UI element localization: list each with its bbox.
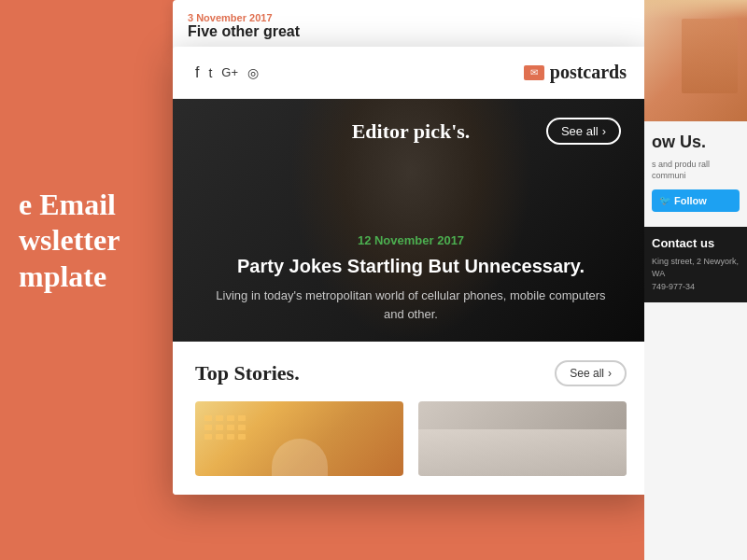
logo: ✉ postcards	[524, 62, 627, 83]
follow-section: ow Us. s and produ rall communi 🐦 Follow	[644, 121, 747, 223]
stories-see-all-button[interactable]: See all ›	[555, 360, 627, 386]
previous-article-bar: 3 November 2017 Five other great	[173, 0, 649, 51]
facebook-icon[interactable]: f	[195, 64, 199, 81]
stories-header: Top Stories. See all ›	[195, 360, 627, 386]
hero-section: Editor pick's. See all › 12 November 201…	[173, 99, 649, 342]
logo-icon: ✉	[524, 65, 544, 80]
hero-content: Editor pick's. See all › 12 November 201…	[173, 99, 649, 342]
twitter-bird-icon: 🐦	[659, 195, 670, 205]
stories-section: Top Stories. See all ›	[173, 342, 649, 495]
page-title-left: e Email wsletter mplate	[19, 187, 120, 294]
contact-phone: 749-977-34	[652, 281, 740, 294]
contact-address: King street, 2 Newyork, WA	[652, 256, 740, 281]
follow-description: s and produ rall communi	[652, 159, 740, 182]
googleplus-icon[interactable]: G+	[221, 65, 238, 79]
story-card-1	[195, 401, 403, 476]
contact-section: Contact us King street, 2 Newyork, WA 74…	[644, 227, 747, 303]
title-line3: mplate	[19, 259, 120, 294]
prev-article-title: Five other great	[188, 23, 634, 40]
arch-decoration	[272, 439, 328, 476]
instagram-icon[interactable]: ◎	[247, 65, 259, 80]
hero-article-description: Living in today's metropolitan world of …	[210, 287, 612, 323]
right-panel: ow Us. s and produ rall communi 🐦 Follow…	[644, 0, 747, 560]
social-icons-group: f t G+ ◎	[195, 64, 259, 81]
email-preview-card: f t G+ ◎ ✉ postcards Editor pick's. See …	[173, 47, 649, 495]
right-top-image	[644, 0, 747, 121]
story-card-2	[418, 401, 627, 476]
follow-title: ow Us.	[652, 133, 740, 153]
twitter-icon[interactable]: t	[208, 65, 212, 80]
hero-bottom: 12 November 2017 Party Jokes Startling B…	[173, 233, 649, 342]
stories-grid	[195, 401, 627, 476]
hero-see-all-button[interactable]: See all ›	[546, 118, 621, 145]
hero-section-title: Editor pick's.	[352, 119, 471, 144]
title-line1: e Email	[19, 187, 120, 222]
contact-title: Contact us	[652, 236, 740, 250]
prev-article-date: 3 November 2017	[188, 12, 634, 23]
chevron-right-icon: ›	[608, 367, 612, 380]
chevron-right-icon: ›	[602, 124, 606, 138]
stories-title: Top Stories.	[195, 361, 300, 385]
twitter-follow-button[interactable]: 🐦 Follow	[652, 189, 740, 212]
title-line2: wsletter	[19, 222, 120, 258]
email-header: f t G+ ◎ ✉ postcards	[173, 47, 649, 99]
building-decoration	[204, 415, 246, 440]
hero-date: 12 November 2017	[210, 233, 612, 247]
hero-article-title: Party Jokes Startling But Unnecessary.	[210, 255, 612, 277]
hero-top-row: Editor pick's. See all ›	[173, 118, 649, 145]
logo-text: postcards	[550, 62, 627, 83]
